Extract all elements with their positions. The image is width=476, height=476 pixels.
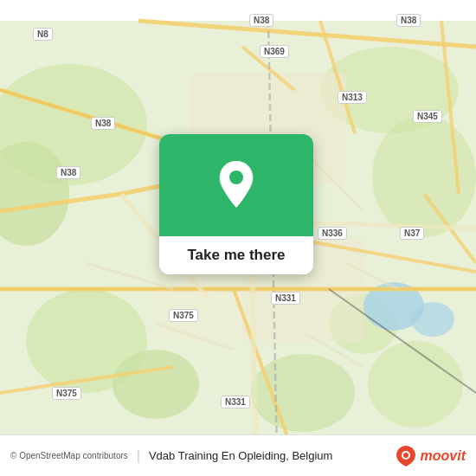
bottom-bar: © OpenStreetMap contributors | Vdab Trai…	[0, 434, 476, 476]
road-label-n8: N8	[33, 28, 53, 41]
svg-point-6	[113, 350, 199, 419]
moovit-brand-text: moovit	[421, 448, 466, 464]
road-label-n37: N37	[400, 227, 424, 240]
location-pin-icon	[215, 159, 258, 211]
road-label-n38-left: N38	[91, 117, 115, 130]
svg-point-9	[368, 341, 463, 428]
road-label-n38-top2: N38	[396, 14, 421, 27]
road-label-n313: N313	[338, 91, 367, 104]
road-label-n345: N345	[413, 110, 442, 123]
road-label-n375-bot: N375	[169, 309, 198, 322]
card-header	[159, 134, 313, 236]
svg-point-42	[229, 170, 243, 184]
svg-point-44	[403, 453, 408, 458]
road-label-n38-top: N38	[249, 14, 273, 27]
road-label-n38-mid: N38	[56, 166, 80, 179]
svg-point-4	[372, 116, 476, 237]
moovit-pin-icon	[395, 445, 417, 467]
road-label-n336: N336	[318, 227, 347, 240]
road-label-n331-bot: N331	[221, 396, 250, 408]
svg-rect-15	[156, 272, 242, 341]
copyright-text: © OpenStreetMap contributors	[10, 451, 128, 460]
moovit-logo: moovit	[395, 445, 466, 467]
take-me-there-button[interactable]: Take me there	[187, 247, 285, 263]
card-body[interactable]: Take me there	[159, 236, 313, 274]
svg-point-12	[411, 302, 454, 337]
bottom-info: © OpenStreetMap contributors | Vdab Trai…	[10, 448, 332, 464]
svg-point-8	[251, 354, 355, 432]
road-label-n331-mid: N331	[271, 292, 300, 305]
road-label-n375-btm: N375	[52, 387, 81, 400]
map-container: N8 N38 N38 N369 N38 N313 N345 N38 N375 N…	[0, 0, 476, 476]
location-card[interactable]: Take me there	[159, 134, 313, 274]
place-name: Vdab Training En Opleiding, Belgium	[149, 449, 332, 462]
road-label-n369: N369	[260, 45, 289, 58]
